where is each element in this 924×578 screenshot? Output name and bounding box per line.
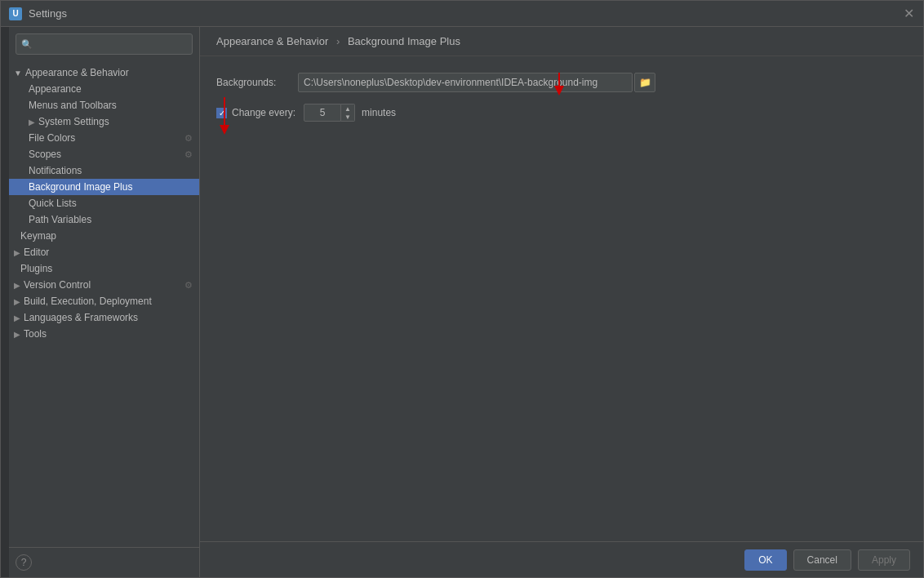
spinner-up-button[interactable]: ▲ — [341, 104, 354, 113]
sidebar-item-editor[interactable]: ▶ Editor — [9, 244, 199, 260]
backgrounds-path-input[interactable] — [298, 73, 633, 92]
sidebar-item-label: Languages & Frameworks — [24, 312, 138, 323]
settings-icon: ⚙ — [184, 133, 193, 144]
settings-window: U Settings ✕ 🔍 ▼ Appearance & Behavior A… — [0, 0, 924, 578]
sidebar-item-appearance-behavior[interactable]: ▼ Appearance & Behavior — [9, 64, 199, 81]
cancel-button[interactable]: Cancel — [793, 549, 851, 571]
breadcrumb-current: Background Image Plus — [348, 35, 460, 47]
backgrounds-label: Backgrounds: — [216, 77, 298, 88]
sidebar-item-label: System Settings — [38, 116, 109, 127]
change-every-label: Change every: — [232, 107, 295, 118]
minutes-label: minutes — [362, 107, 396, 118]
sidebar-item-label: Version Control — [24, 279, 91, 291]
sidebar-item-label: Build, Execution, Deployment — [24, 296, 152, 307]
sidebar-item-label: File Colors — [29, 132, 75, 144]
browse-button[interactable]: 📁 — [634, 73, 655, 92]
sidebar: 🔍 ▼ Appearance & Behavior Appearance Men… — [9, 27, 200, 577]
sidebar-item-keymap[interactable]: Keymap — [9, 228, 199, 244]
expand-arrow-icon: ▶ — [14, 297, 20, 306]
settings-icon: ⚙ — [184, 280, 193, 291]
sidebar-item-label: Keymap — [20, 230, 56, 242]
panel-content: Backgrounds: 📁 ✓ Change every: — [200, 56, 923, 541]
backgrounds-row: Backgrounds: 📁 — [216, 73, 907, 92]
main-panel: Appearance & Behavior › Background Image… — [200, 27, 923, 577]
sidebar-item-menus-toolbars[interactable]: Menus and Toolbars — [9, 97, 199, 113]
change-every-checkbox[interactable]: ✓ — [216, 108, 227, 118]
sidebar-item-label: Path Variables — [29, 214, 91, 225]
search-input[interactable] — [36, 38, 187, 50]
breadcrumb: Appearance & Behavior › Background Image… — [200, 27, 923, 56]
sidebar-item-label: Appearance — [29, 83, 82, 95]
sidebar-item-label: Appearance & Behavior — [25, 67, 129, 78]
expand-arrow-icon: ▼ — [14, 69, 22, 78]
apply-button[interactable]: Apply — [858, 549, 910, 571]
sidebar-bottom: ? — [9, 547, 199, 577]
search-box[interactable]: 🔍 — [16, 33, 193, 55]
breadcrumb-parent: Appearance & Behavior — [216, 35, 328, 47]
left-edge — [1, 27, 9, 577]
sidebar-item-system-settings[interactable]: ▶ System Settings — [9, 113, 199, 130]
breadcrumb-separator: › — [336, 35, 340, 47]
spinner-down-button[interactable]: ▼ — [341, 113, 354, 121]
titlebar: U Settings ✕ — [1, 1, 923, 27]
sidebar-item-file-colors[interactable]: File Colors ⚙ — [9, 130, 199, 146]
sidebar-item-background-image-plus[interactable]: Background Image Plus — [9, 179, 199, 195]
sidebar-item-build-execution[interactable]: ▶ Build, Execution, Deployment — [9, 293, 199, 309]
expand-arrow-icon: ▶ — [14, 248, 20, 257]
settings-icon: ⚙ — [184, 149, 193, 160]
sidebar-item-scopes[interactable]: Scopes ⚙ — [9, 146, 199, 162]
sidebar-item-path-variables[interactable]: Path Variables — [9, 211, 199, 228]
expand-arrow-icon: ▶ — [14, 330, 20, 339]
sidebar-item-plugins[interactable]: Plugins — [9, 260, 199, 277]
checkbox-check-icon: ✓ — [219, 109, 225, 118]
sidebar-item-notifications[interactable]: Notifications — [9, 162, 199, 179]
sidebar-item-label: Menus and Toolbars — [29, 100, 117, 111]
change-every-row: ✓ Change every: ▲ ▼ minutes — [216, 104, 907, 122]
nav-tree: ▼ Appearance & Behavior Appearance Menus… — [9, 61, 199, 547]
expand-arrow-icon: ▶ — [14, 281, 20, 290]
sidebar-item-tools[interactable]: ▶ Tools — [9, 326, 199, 342]
sidebar-item-appearance[interactable]: Appearance — [9, 81, 199, 97]
sidebar-item-label: Editor — [24, 247, 49, 258]
sidebar-item-label: Scopes — [29, 149, 61, 160]
sidebar-item-label: Tools — [24, 328, 47, 340]
search-icon: 🔍 — [21, 39, 33, 50]
sidebar-item-languages-frameworks[interactable]: ▶ Languages & Frameworks — [9, 309, 199, 326]
spinner-arrows: ▲ ▼ — [341, 104, 355, 122]
sidebar-item-version-control[interactable]: ▶ Version Control ⚙ — [9, 277, 199, 293]
expand-arrow-icon: ▶ — [14, 313, 20, 322]
minutes-spinner: ▲ ▼ — [304, 104, 355, 122]
close-button[interactable]: ✕ — [902, 7, 915, 20]
folder-icon: 📁 — [639, 77, 651, 88]
footer: OK Cancel Apply — [200, 541, 923, 577]
sidebar-item-label: Quick Lists — [29, 198, 77, 209]
sidebar-item-quick-lists[interactable]: Quick Lists — [9, 195, 199, 211]
sidebar-item-label: Plugins — [20, 263, 52, 274]
sidebar-item-label: Background Image Plus — [29, 181, 132, 193]
help-button[interactable]: ? — [16, 554, 32, 571]
sidebar-item-label: Notifications — [29, 165, 82, 176]
app-icon: U — [9, 7, 22, 20]
window-title: Settings — [29, 7, 902, 20]
expand-arrow-icon: ▶ — [29, 118, 35, 127]
annotation-arrows — [200, 56, 923, 541]
main-content: 🔍 ▼ Appearance & Behavior Appearance Men… — [1, 27, 923, 577]
change-every-checkbox-row: ✓ Change every: — [216, 107, 300, 118]
ok-button[interactable]: OK — [744, 549, 786, 571]
minutes-value-input[interactable] — [304, 104, 341, 122]
